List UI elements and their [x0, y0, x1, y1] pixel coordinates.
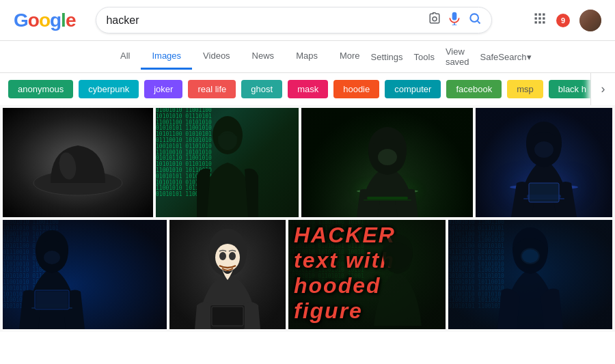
- chip-hoodie[interactable]: hoodie: [333, 80, 379, 98]
- svg-point-37: [229, 252, 236, 260]
- svg-rect-7: [535, 17, 537, 19]
- search-button-icon[interactable]: [468, 12, 482, 29]
- chips-list: anonymous cyberpunk joker real life ghos…: [0, 73, 604, 105]
- chip-mask[interactable]: mask: [288, 80, 328, 98]
- svg-rect-33: [36, 292, 68, 308]
- svg-rect-12: [543, 21, 545, 23]
- image-hooded-2[interactable]: [301, 108, 473, 217]
- image-grid: 01001010 1100110010101010 01110101110011…: [0, 105, 615, 332]
- svg-point-36: [219, 252, 226, 260]
- svg-point-28: [44, 251, 60, 264]
- svg-rect-8: [538, 17, 541, 19]
- settings-link[interactable]: Settings: [371, 52, 403, 62]
- image-hooded-3[interactable]: [476, 108, 612, 217]
- hood-figure-4: [3, 220, 107, 329]
- hood-figure-2: [319, 108, 456, 217]
- svg-rect-9: [543, 17, 545, 19]
- chip-anonymous[interactable]: anonymous: [8, 80, 73, 98]
- safe-search-link[interactable]: SafeSearch▾: [480, 52, 532, 62]
- image-row-2: 01001010 1100110010101010 01110101110011…: [3, 220, 612, 329]
- tab-news[interactable]: News: [241, 44, 286, 70]
- tab-images[interactable]: Images: [141, 44, 192, 70]
- image-hooded-1[interactable]: 01001010 1100110010101010 01110101110011…: [156, 108, 299, 217]
- svg-rect-11: [538, 21, 541, 23]
- hood-figure-7: [476, 220, 585, 329]
- svg-point-18: [378, 149, 397, 165]
- svg-rect-25: [529, 183, 559, 202]
- hat-svg: [30, 122, 126, 204]
- hood-figure-3: [482, 108, 605, 217]
- chip-computer[interactable]: computer: [385, 80, 441, 98]
- svg-rect-1: [454, 23, 456, 25]
- image-hacker-blue[interactable]: 01001010 1100110010101010 01110101110011…: [3, 220, 167, 329]
- tab-more[interactable]: More: [329, 44, 371, 70]
- tab-videos[interactable]: Videos: [192, 44, 241, 70]
- hood-figure-6: [357, 223, 439, 326]
- tab-maps[interactable]: Maps: [285, 44, 329, 70]
- tools-link[interactable]: Tools: [414, 52, 435, 62]
- image-hacker-hat[interactable]: [3, 108, 153, 217]
- filter-chips-container: anonymous cyberpunk joker real life ghos…: [0, 73, 615, 105]
- apps-icon[interactable]: [533, 12, 547, 29]
- hood-figure-5: [173, 220, 282, 329]
- nav-tabs: All Images Videos News Maps More Setting…: [0, 41, 615, 73]
- header-right: 9: [533, 10, 601, 31]
- search-bar: [96, 7, 492, 33]
- chip-ghost[interactable]: ghost: [241, 80, 282, 98]
- nav-right: Settings Tools View saved SafeSearch▾: [371, 46, 532, 67]
- chip-real-life[interactable]: real life: [188, 80, 236, 98]
- hood-figure-1: [187, 115, 269, 217]
- header: Google: [0, 0, 615, 41]
- search-input[interactable]: [106, 14, 423, 27]
- svg-rect-4: [535, 14, 537, 16]
- svg-rect-40: [213, 307, 243, 325]
- chip-msp[interactable]: msp: [507, 80, 543, 98]
- avatar[interactable]: [579, 10, 601, 31]
- svg-rect-20: [364, 199, 411, 201]
- camera-icon[interactable]: [428, 12, 441, 28]
- svg-point-0: [433, 17, 437, 21]
- svg-rect-10: [535, 21, 537, 23]
- google-logo: Google: [14, 10, 75, 31]
- chip-joker[interactable]: joker: [144, 80, 182, 98]
- svg-rect-5: [538, 14, 541, 16]
- chips-next-arrow[interactable]: ›: [590, 73, 615, 105]
- image-guy-fawkes[interactable]: [169, 220, 286, 329]
- svg-rect-19: [367, 197, 408, 199]
- chip-cyberpunk[interactable]: cyberpunk: [79, 80, 139, 98]
- tab-all[interactable]: All: [109, 44, 141, 70]
- microphone-icon[interactable]: [448, 12, 461, 29]
- notification-badge[interactable]: 9: [556, 14, 570, 27]
- svg-rect-6: [543, 14, 545, 16]
- svg-point-44: [522, 249, 538, 263]
- image-row-1: 01001010 1100110010101010 01110101110011…: [3, 108, 612, 217]
- svg-point-22: [534, 141, 554, 158]
- chip-black[interactable]: black h: [549, 80, 596, 98]
- image-digital-hacker[interactable]: 01001010 1100110010101010 01110101110011…: [448, 220, 612, 329]
- chip-facebook[interactable]: facebook: [446, 80, 502, 98]
- image-hacker-text[interactable]: 01001010 11001100 1010110101010 01110101…: [288, 220, 446, 329]
- svg-rect-2: [452, 25, 457, 25]
- view-saved-link[interactable]: View saved: [446, 46, 469, 67]
- svg-point-3: [471, 14, 479, 22]
